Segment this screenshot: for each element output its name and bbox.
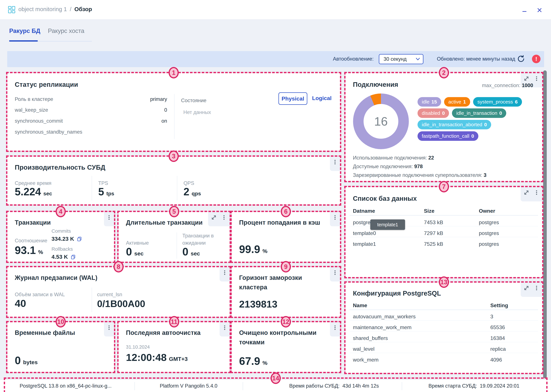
panel-title: Подключения — [353, 81, 398, 88]
kebab-menu-icon[interactable] — [534, 76, 539, 82]
close-icon[interactable] — [536, 7, 543, 14]
badge-label: system_process — [477, 99, 513, 105]
panel-long-transactions: Длительные транзакции Активные 0sec Тран… — [118, 212, 230, 262]
kebab-menu-icon[interactable] — [221, 215, 227, 220]
badge-row: idle_in_transaction_aborted0 — [418, 120, 491, 129]
waiting-label: Транзакции в — [182, 233, 214, 239]
kebab-menu-icon[interactable] — [534, 285, 539, 291]
connections-donut-chart: 16 — [353, 93, 409, 149]
minimize-icon[interactable] — [521, 7, 528, 14]
tooltip: template1 — [370, 219, 405, 230]
state-label: Состояние — [181, 98, 206, 104]
panel-cache-hit: Процент попадания в кэш 99.9% — [232, 212, 340, 262]
cell-setting: 65536 — [490, 324, 505, 330]
cell-name: work_mem — [353, 357, 378, 363]
physical-button[interactable]: Physical — [278, 92, 307, 105]
badge-value: 15 — [431, 99, 437, 105]
panel-connections: Подключения max_connection: 1000 16 idle… — [345, 73, 542, 181]
panel-transactions: Транзакции Соотношение 93.1% Commits 334… — [7, 212, 114, 262]
breadcrumb-app[interactable]: object monitoring 1 — [18, 6, 67, 13]
copy-icon[interactable] — [71, 254, 76, 259]
stat-reserved: Зарезервированные подключения суперпольз… — [353, 172, 486, 178]
breadcrumb-separator: / — [70, 6, 72, 13]
footer-start-value: 19.09.2024 20:01 — [480, 383, 519, 389]
kebab-menu-icon[interactable] — [332, 215, 338, 220]
kebab-menu-icon[interactable] — [106, 325, 112, 331]
checkpoints-value: 67.9 — [239, 355, 260, 367]
waiting-value: 0 — [182, 245, 188, 258]
lsn-value: 0/1B00A00 — [97, 298, 145, 309]
tab-db-view[interactable]: Ракурс БД — [9, 28, 40, 34]
replication-row-value: on — [106, 118, 167, 124]
badge-label: idle_in_transaction — [456, 110, 497, 116]
page-title: Обзор — [74, 6, 92, 13]
panel-db-performance: Производительность СУБД Среднее время 5.… — [7, 157, 340, 204]
rollbacks-row: 4.53 K — [51, 254, 76, 260]
logical-button[interactable]: Logical — [312, 95, 332, 101]
metric-label: QPS — [183, 180, 194, 186]
chevron-down-icon — [416, 58, 420, 61]
expand-icon[interactable] — [523, 190, 529, 196]
donut-total: 16 — [363, 104, 398, 139]
metric-unit: qps — [192, 191, 201, 197]
kebab-menu-icon[interactable] — [222, 270, 228, 276]
badge-value: 0 — [499, 110, 502, 116]
kebab-menu-icon[interactable] — [332, 270, 338, 276]
footer-uptime-label: Время работы СУБД: — [289, 383, 340, 389]
panel-checkpoints: Очищено контрольными точками 67.9% — [232, 322, 340, 372]
status-badge: system_process6 — [473, 97, 522, 107]
divider — [92, 287, 92, 312]
panel-wal: Журнал предзаписи (WAL) Объём записи в W… — [7, 267, 230, 317]
cell-setting: 4096 — [490, 357, 502, 363]
wal-volume-label: Объём записи в WAL — [15, 292, 65, 298]
panel-freeze-horizon: Горизонт заморозки кластера 2139813 — [232, 267, 340, 317]
panel-actions — [330, 267, 340, 281]
footer-uptime-value: 43d 14h 4m 12s — [342, 383, 379, 389]
max-connection-label: max_connection: — [482, 83, 520, 88]
tab-host-view[interactable]: Ракурс хоста — [48, 28, 84, 34]
column-header: Name — [353, 302, 367, 308]
panel-title: Временные файлы — [15, 329, 75, 336]
window-header: object monitoring 1 / Обзор — [0, 0, 551, 20]
badge-value: 1 — [463, 99, 466, 105]
stat-label: Зарезервированные подключения суперпольз… — [353, 172, 482, 178]
expand-icon[interactable] — [523, 285, 529, 291]
kebab-menu-icon[interactable] — [332, 159, 338, 165]
replication-row-label: synchronous_commit — [15, 118, 63, 124]
cache-hit-value: 99.9 — [239, 243, 260, 255]
metric-unit: sec — [43, 191, 52, 197]
alert-icon[interactable]: ! — [532, 55, 541, 63]
cell-size: 7525 kB — [424, 241, 443, 247]
panel-last-autovacuum: Последняя автоочистка 31.10.2024 12:00:4… — [118, 322, 230, 372]
tab-active-underline — [9, 40, 38, 42]
panel-title-line1: Горизонт заморозки — [239, 274, 302, 281]
cell-name: wal_level — [353, 346, 375, 352]
panel-title: Производительность СУБД — [15, 164, 105, 171]
scrollbar-thumb[interactable] — [543, 70, 547, 378]
panel-actions — [104, 322, 114, 336]
replication-row-value: primary — [106, 96, 167, 102]
expand-icon[interactable] — [523, 76, 529, 82]
column-header: Owner — [479, 208, 495, 214]
status-badge: idle_in_transaction_aborted0 — [418, 120, 491, 129]
cell-owner: postgres — [479, 241, 499, 247]
kebab-menu-icon[interactable] — [534, 190, 539, 196]
copy-icon[interactable] — [77, 236, 82, 242]
cell-size: 7453 kB — [424, 219, 443, 225]
cell-size: 7297 kB — [424, 230, 443, 236]
expand-icon[interactable] — [211, 215, 217, 220]
autovacuum-date: 31.10.2024 — [126, 344, 150, 350]
refresh-interval-select[interactable]: 30 секунд — [379, 54, 423, 64]
badge-label: fastpath_function_call — [422, 133, 469, 139]
table-rule — [350, 331, 538, 331]
kebab-menu-icon[interactable] — [106, 215, 112, 220]
kebab-menu-icon[interactable] — [222, 325, 228, 331]
metric-value: 5.224 — [15, 186, 41, 198]
cell-name: shared_buffers — [353, 335, 388, 341]
column-header: Size — [424, 208, 435, 214]
column-header: Datname — [353, 208, 375, 214]
kebab-menu-icon[interactable] — [332, 325, 338, 331]
stat-value: 978 — [414, 164, 423, 169]
badge-label: active — [448, 99, 461, 105]
refresh-icon[interactable] — [517, 55, 525, 63]
